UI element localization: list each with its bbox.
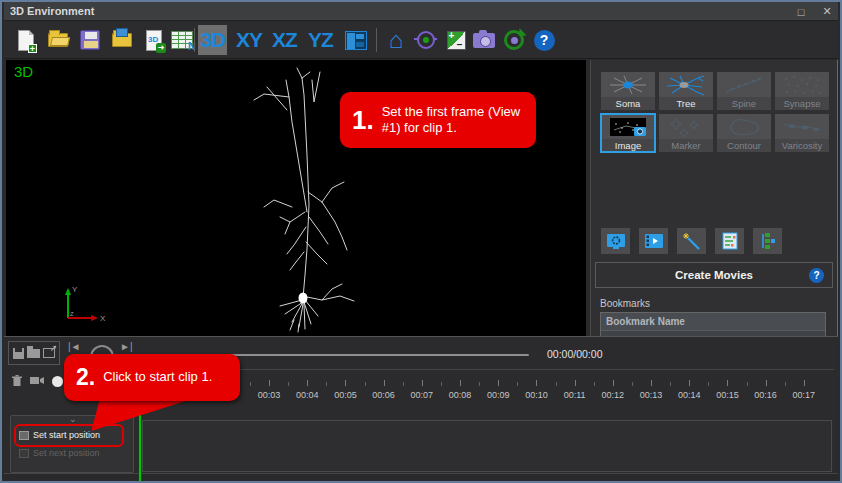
tick-mark-minor (288, 382, 289, 386)
tick-mark-minor (479, 382, 480, 386)
open-project-button[interactable] (108, 25, 136, 55)
synapse-icon (775, 72, 829, 97)
load-movie-icon[interactable] (27, 349, 40, 358)
window-title: 3D Environment (4, 5, 94, 17)
detection-settings-icon (722, 232, 738, 250)
title-bar[interactable]: 3D Environment □ ✕ (4, 2, 838, 21)
export-movie-icon[interactable] (43, 348, 55, 358)
timeline-tick-label: 00:04 (291, 390, 323, 400)
callout-step1-number: 1. (340, 105, 382, 136)
set-start-position-button[interactable]: Set start position (19, 430, 100, 440)
tick-mark-major (727, 380, 728, 386)
display-settings-button[interactable] (601, 228, 630, 254)
movie-clips-button[interactable] (639, 228, 668, 254)
close-button[interactable]: ✕ (820, 5, 834, 18)
tool-button-soma[interactable]: Soma (601, 72, 655, 110)
detection-settings-button[interactable] (715, 228, 744, 254)
set-start-position-label: Set start position (33, 430, 100, 440)
view-button-xz[interactable]: XZ (270, 25, 299, 55)
timeline-tick-label: 00:14 (673, 390, 705, 400)
record-position-dot[interactable] (52, 376, 63, 387)
view-button-yz[interactable]: YZ (306, 25, 335, 55)
tool-button-image[interactable]: Image (601, 114, 655, 152)
tool-button-spine[interactable]: Spine (717, 72, 771, 110)
panel-layout-button[interactable] (342, 25, 370, 55)
tick-mark-minor (441, 382, 442, 386)
tick-mark-major (613, 380, 614, 386)
timeline-tick-label: 00:13 (635, 390, 667, 400)
skip-to-start-button[interactable]: |◄ (68, 341, 81, 352)
axis-label-x: X (100, 314, 106, 323)
tool-button-synapse[interactable]: Synapse (775, 72, 829, 110)
new-document-button[interactable]: + (12, 25, 40, 55)
marker-icon (659, 114, 713, 139)
tool-label: Image (601, 139, 655, 152)
axis-label-z: Z (70, 311, 74, 317)
tool-label: Tree (659, 97, 713, 110)
timeline-tick-label: 00:09 (482, 390, 514, 400)
view-button-xy[interactable]: XY (234, 25, 264, 55)
maximize-button[interactable]: □ (794, 6, 808, 18)
contrast-button[interactable]: +− (442, 25, 470, 55)
create-movies-header[interactable]: Create Movies ? (595, 262, 833, 288)
set-next-position-button[interactable]: Set next position (19, 448, 100, 458)
timeline-ruler[interactable]: 00:0300:0400:0500:0600:0700:0800:0900:10… (142, 369, 834, 419)
bookmarks-label: Bookmarks (600, 298, 650, 309)
skip-to-end-button[interactable]: ►| (120, 341, 133, 352)
help-icon: ? (534, 30, 555, 51)
delete-clip-icon[interactable] (12, 375, 22, 389)
callout-step1: 1. Set the first frame (View #1) for cli… (340, 92, 536, 148)
save-movie-icon[interactable] (13, 348, 24, 359)
clip-icon[interactable] (30, 375, 44, 388)
magic-wand-icon (682, 232, 702, 250)
set-next-position-label: Set next position (33, 448, 100, 458)
tick-mark-major (460, 380, 461, 386)
tool-label: Varicosity (775, 139, 829, 152)
open-project-icon (112, 33, 132, 47)
create-movies-title: Create Movies (675, 269, 753, 281)
contrast-icon: +− (447, 31, 466, 50)
camera-icon (473, 33, 495, 48)
create-movies-help-icon[interactable]: ? (809, 268, 824, 283)
callout-step1-text: Set the first frame (View #1) for clip 1… (382, 104, 536, 137)
tick-mark-major (269, 380, 270, 386)
view-button-3d[interactable]: 3D (198, 25, 227, 55)
tool-label: Contour (717, 139, 771, 152)
tool-button-marker[interactable]: Marker (659, 114, 713, 152)
image-icon (601, 114, 655, 139)
refresh-button[interactable] (500, 25, 528, 55)
export-spreadsheet-button[interactable]: N (168, 25, 196, 55)
chevron-down-icon[interactable]: ⌄ (69, 414, 77, 424)
tool-button-tree[interactable]: Tree (659, 72, 713, 110)
time-display: 00:00/00:00 (547, 348, 602, 360)
new-document-icon: + (18, 30, 34, 51)
magic-wand-button[interactable] (677, 228, 706, 254)
varicosity-icon (775, 114, 829, 139)
tree-icon (659, 72, 713, 97)
tick-mark-minor (556, 382, 557, 386)
structure-list-button[interactable] (753, 228, 782, 254)
tick-mark-minor (708, 382, 709, 386)
center-target-button[interactable] (412, 25, 440, 55)
open-folder-icon (48, 33, 68, 47)
callout-step2: 2. Click to start clip 1. (64, 354, 240, 401)
timeline-tick-label: 00:08 (444, 390, 476, 400)
tool-button-varicosity[interactable]: Varicosity (775, 114, 829, 152)
bottom-strip (4, 473, 838, 479)
snapshot-button[interactable] (470, 25, 498, 55)
bookmark-name-column-header[interactable]: Bookmark Name (601, 313, 825, 331)
callout-step2-number: 2. (64, 364, 103, 391)
callout-step2-text: Click to start clip 1. (103, 369, 222, 385)
tick-mark-minor (632, 382, 633, 386)
tool-button-contour[interactable]: Contour (717, 114, 771, 152)
timeline-track[interactable] (142, 420, 832, 472)
home-view-button[interactable]: ⌂ (382, 25, 410, 55)
export-3d-button[interactable]: 3D➜ (140, 25, 168, 55)
toolbar-separator (376, 28, 377, 52)
open-folder-button[interactable] (44, 25, 72, 55)
timeline-tick-label: 00:16 (750, 390, 782, 400)
save-button[interactable] (76, 25, 104, 55)
help-button[interactable]: ? (530, 25, 558, 55)
axis-triad: Y X Z (54, 278, 114, 328)
tick-mark-minor (785, 382, 786, 386)
